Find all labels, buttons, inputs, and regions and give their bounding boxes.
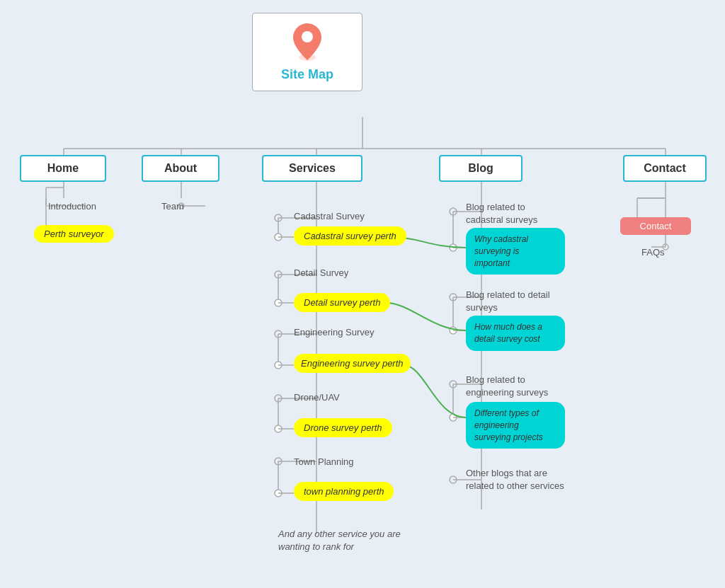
engineering-survey-text: Engineering Survey xyxy=(294,327,374,338)
svg-point-60 xyxy=(450,476,457,483)
town-planning-text: Town Planning xyxy=(294,456,354,467)
svg-point-53 xyxy=(450,327,457,334)
home-node: Home xyxy=(20,155,106,182)
location-pin-icon xyxy=(290,21,325,63)
svg-point-29 xyxy=(275,330,282,338)
svg-point-45 xyxy=(450,208,457,215)
svg-point-34 xyxy=(275,395,282,402)
perth-surveyor-pill: Perth surveyor xyxy=(34,225,114,243)
contact-node: Contact xyxy=(623,155,707,182)
svg-point-48 xyxy=(450,244,457,251)
svg-point-22 xyxy=(275,234,282,241)
blog-node: Blog xyxy=(439,155,523,182)
svg-point-39 xyxy=(275,458,282,465)
svg-point-50 xyxy=(450,294,457,301)
services-node: Services xyxy=(262,155,362,182)
cadastral-survey-perth-pill: Cadastral survey perth xyxy=(294,226,406,246)
svg-point-27 xyxy=(275,299,282,306)
blog-detail-text: Blog related to detail surveys xyxy=(466,289,558,314)
root-sitemap-node: Site Map xyxy=(252,13,362,91)
about-team: Team xyxy=(161,201,184,212)
engineering-survey-perth-pill: Engineering survey perth xyxy=(294,354,411,373)
svg-point-37 xyxy=(275,425,282,432)
town-planning-perth-pill: town planning perth xyxy=(294,482,394,501)
svg-point-32 xyxy=(275,362,282,369)
about-node: About xyxy=(142,155,219,182)
detail-survey-cost-pill: How much does a detail survey cost xyxy=(466,316,565,351)
cadastral-survey-text: Cadastral Survey xyxy=(294,211,365,221)
svg-point-55 xyxy=(450,381,457,388)
detail-survey-perth-pill: Detail survey perth xyxy=(294,293,390,312)
services-footer: And any other service you are wanting to… xyxy=(278,528,406,553)
blog-other-text: Other blogs that are related to other se… xyxy=(466,467,565,492)
sitemap-title: Site Map xyxy=(281,67,333,82)
drone-uav-text: Drone/UAV xyxy=(294,392,340,403)
svg-point-19 xyxy=(275,214,282,221)
contact-pill: Contact xyxy=(620,217,691,235)
home-introduction: Introduction xyxy=(48,201,96,212)
blog-engineering-text: Blog related to engineering surveys xyxy=(466,374,558,399)
drone-survey-perth-pill: Drone survey perth xyxy=(294,418,392,437)
engineering-types-pill: Different types of engineering surveying… xyxy=(466,402,565,449)
faqs-text: FAQs xyxy=(641,247,665,258)
blog-cadastral-text: Blog related to cadastral surveys xyxy=(466,201,558,226)
detail-survey-text: Detail Survey xyxy=(294,267,348,278)
svg-point-24 xyxy=(275,271,282,278)
why-cadastral-pill: Why cadastral surveying is important xyxy=(466,228,565,275)
svg-point-42 xyxy=(275,490,282,497)
svg-point-71 xyxy=(302,31,313,42)
svg-point-58 xyxy=(450,414,457,421)
